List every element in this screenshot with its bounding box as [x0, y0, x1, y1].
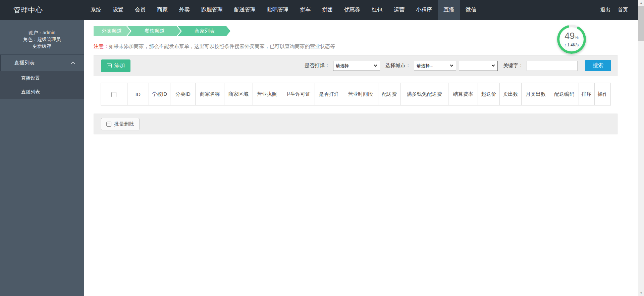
sidebar-item-live-settings[interactable]: 直播设置: [0, 71, 84, 85]
role-label: 角色：超级管理员: [0, 36, 84, 43]
nav-item-takeout[interactable]: 外卖: [173, 0, 196, 20]
top-nav: 管理中心 系统 设置 会员 商家 外卖 跑腿管理 配送管理 贴吧管理 拼车 拼团…: [0, 0, 644, 20]
notice-text: 注意：如果未添加商家，那么不能发布菜单，这里可以按照条件搜索外卖商家，已可以查询…: [94, 43, 618, 50]
nav-item-groupbuy[interactable]: 拼团: [316, 0, 338, 20]
nav-item-coupons[interactable]: 优惠券: [338, 0, 366, 20]
filter-bar: 是否打烊： 请选择 选择城市： 请选择... 关键字： 搜索: [299, 60, 611, 71]
scrollbar-down-arrow[interactable]: ▼: [638, 290, 644, 296]
up-arrow-icon: ↑: [565, 43, 567, 47]
open-status-select-value: 请选择: [336, 63, 349, 69]
nav-item-carpool[interactable]: 拼车: [294, 0, 316, 20]
header-business-hours: 营业时间段: [343, 83, 378, 105]
city-label: 选择城市：: [385, 62, 411, 69]
search-button[interactable]: 搜索: [585, 60, 611, 71]
nav-item-delivery-mgmt[interactable]: 配送管理: [228, 0, 261, 20]
nav-item-system[interactable]: 系统: [85, 0, 107, 20]
main-menu: 系统 设置 会员 商家 外卖 跑腿管理 配送管理 贴吧管理 拼车 拼团 优惠券 …: [85, 0, 482, 20]
header-merchant-name: 商家名称: [196, 83, 224, 105]
header-health-permit: 卫生许可证: [281, 83, 315, 105]
main-content: 外卖频道 餐饮频道 商家列表 注意：如果未添加商家，那么不能发布菜单，这里可以按…: [84, 20, 638, 296]
gauge-percent: 49%: [565, 32, 579, 42]
nav-item-merchants[interactable]: 商家: [151, 0, 173, 20]
logout-link[interactable]: 退出: [600, 7, 610, 13]
header-sold-count: 卖出数: [499, 83, 522, 105]
header-delivery-code: 配送编码: [550, 83, 579, 105]
notice-prefix: 注意：: [94, 43, 109, 49]
page-scrollbar[interactable]: ▲ ▼: [638, 0, 644, 296]
chevron-up-icon: [71, 61, 75, 66]
scrollbar-up-arrow[interactable]: ▲: [638, 0, 644, 6]
batch-delete-button[interactable]: 批量删除: [101, 118, 140, 130]
nav-item-wechat[interactable]: 微信: [460, 0, 482, 20]
header-select-all: [101, 83, 127, 105]
city-select[interactable]: 请选择...: [414, 61, 456, 71]
city-select-value: 请选择...: [417, 63, 433, 69]
sidebar: 账户：admin 角色：超级管理员 更新缓存 直播列表 直播设置 直播列表: [0, 20, 84, 296]
header-merchant-area: 商家区域: [224, 83, 253, 105]
gauge-percent-unit: %: [575, 35, 579, 40]
sidebar-submenu: 直播设置 直播列表: [0, 71, 84, 99]
open-status-label: 是否打烊：: [305, 62, 330, 69]
gauge-rate-value: 1.4K/s: [567, 43, 579, 47]
merchant-table: ID 学校ID 分类ID 商家名称 商家区域 营业执照 卫生许可证 是否打烊 营…: [101, 83, 618, 105]
bandwidth-gauge: 49% ↑1.4K/s: [557, 25, 586, 54]
header-category-id: 分类ID: [170, 83, 196, 105]
search-button-label: 搜索: [593, 62, 603, 69]
nav-right-links: 退出 首页: [600, 0, 644, 20]
nav-item-errand-mgmt[interactable]: 跑腿管理: [196, 0, 228, 20]
header-actions: 操作: [595, 83, 611, 105]
keyword-input[interactable]: [527, 61, 578, 71]
breadcrumb-takeout-channel[interactable]: 外卖频道: [94, 26, 130, 36]
header-min-order: 起送价: [478, 83, 499, 105]
header-id: ID: [127, 83, 149, 105]
gauge-percent-value: 49: [565, 31, 575, 41]
account-block: 账户：admin 角色：超级管理员 更新缓存: [0, 20, 84, 49]
account-label: 账户：admin: [0, 30, 84, 36]
header-delivery-fee: 配送费: [378, 83, 400, 105]
keyword-label: 关键字：: [503, 62, 523, 69]
notice-body: 如果未添加商家，那么不能发布菜单，这里可以按照条件搜索外卖商家，已可以查询商家的…: [109, 43, 335, 49]
nav-item-operations[interactable]: 运营: [388, 0, 410, 20]
header-free-delivery: 满多钱免配送费: [400, 83, 448, 105]
table-header-row: ID 学校ID 分类ID 商家名称 商家区域 营业执照 卫生许可证 是否打烊 营…: [101, 83, 611, 105]
batch-delete-label: 批量删除: [114, 121, 134, 127]
district-select[interactable]: [459, 61, 498, 71]
nav-item-live[interactable]: 直播: [438, 0, 460, 20]
nav-item-redpacket[interactable]: 红包: [366, 0, 388, 20]
nav-item-members[interactable]: 会员: [129, 0, 151, 20]
header-open-status: 是否打烊: [315, 83, 343, 105]
select-all-checkbox[interactable]: [111, 92, 116, 97]
minus-icon: [106, 122, 111, 127]
add-button-label: 添加: [114, 62, 125, 69]
scrollbar-thumb[interactable]: [638, 6, 644, 41]
toolbar: 添加 是否打烊： 请选择 选择城市： 请选择... 关键字：: [94, 55, 618, 76]
home-link[interactable]: 首页: [618, 7, 628, 13]
sidebar-item-live-list[interactable]: 直播列表: [0, 85, 84, 99]
gauge-inner: 49% ↑1.4K/s: [559, 27, 584, 51]
chevron-down-icon: [450, 64, 453, 67]
breadcrumb: 外卖频道 餐饮频道 商家列表: [94, 26, 618, 36]
add-button[interactable]: 添加: [101, 59, 130, 72]
app-title: 管理中心: [13, 0, 43, 20]
header-business-license: 营业执照: [253, 83, 281, 105]
chevron-down-icon: [492, 64, 495, 67]
sidebar-section-live-list[interactable]: 直播列表: [0, 55, 84, 71]
nav-item-forum-mgmt[interactable]: 贴吧管理: [261, 0, 294, 20]
refresh-cache-link[interactable]: 更新缓存: [0, 43, 84, 49]
header-settlement-rate: 结算费率: [448, 83, 478, 105]
gauge-rate: ↑1.4K/s: [565, 43, 579, 47]
table-footer-bar: 批量删除: [94, 114, 618, 134]
plus-icon: [107, 63, 112, 68]
breadcrumb-merchant-list[interactable]: 商家列表: [177, 26, 230, 36]
header-sort: 排序: [579, 83, 595, 105]
breadcrumb-catering-channel[interactable]: 餐饮频道: [127, 26, 181, 36]
header-monthly-sold: 月卖出数: [522, 83, 550, 105]
chevron-down-icon: [374, 64, 377, 67]
header-school-id: 学校ID: [149, 83, 170, 105]
open-status-select[interactable]: 请选择: [333, 61, 380, 71]
sidebar-section-label: 直播列表: [14, 60, 35, 66]
nav-item-settings[interactable]: 设置: [107, 0, 129, 20]
nav-item-miniprogram[interactable]: 小程序: [410, 0, 438, 20]
